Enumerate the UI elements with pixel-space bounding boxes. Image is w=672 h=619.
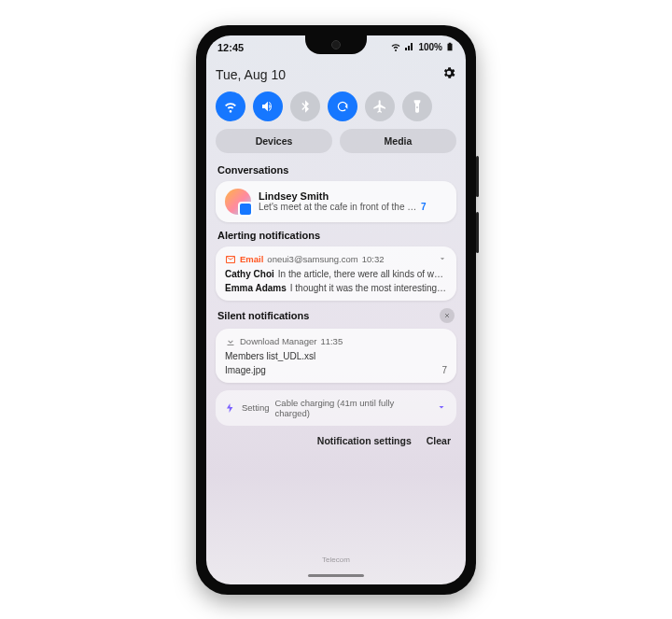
- message-count: 7: [421, 202, 427, 212]
- screen: 12:45 100% Tue, Aug 10 Devices Media: [206, 35, 466, 584]
- airplane-toggle[interactable]: [365, 91, 395, 121]
- signal-icon: [404, 41, 415, 54]
- download-count: 7: [441, 365, 447, 375]
- download-file-1: Members list_UDL.xsl: [225, 351, 315, 361]
- download-notification[interactable]: Download Manager 11:35 Members list_UDL.…: [216, 329, 456, 383]
- wifi-icon: [390, 41, 401, 54]
- email-time: 10:32: [362, 254, 385, 264]
- download-time: 11:35: [320, 336, 343, 346]
- email-app-label: Email: [240, 254, 263, 264]
- clear-button[interactable]: Clear: [427, 435, 451, 446]
- wifi-toggle[interactable]: [216, 91, 245, 121]
- sound-toggle[interactable]: [253, 91, 283, 121]
- download-icon: [225, 336, 236, 347]
- charging-notification[interactable]: Setting Cable charging (41m until fully …: [216, 390, 456, 426]
- status-time: 12:45: [217, 42, 244, 53]
- devices-button[interactable]: Devices: [216, 129, 332, 153]
- email-notification[interactable]: Email oneui3@samsung.com 10:32 Cathy Cho…: [216, 246, 456, 301]
- gear-icon[interactable]: [441, 65, 456, 84]
- message-preview: Let's meet at the cafe in front of the c…: [259, 202, 417, 212]
- volume-up-button[interactable]: [476, 156, 479, 197]
- battery-text: 100%: [418, 42, 442, 52]
- alerting-header: Alerting notifications: [217, 230, 455, 241]
- silent-header: Silent notifications: [217, 310, 309, 321]
- email-text-1: I thought it was the most interesting th…: [290, 283, 447, 293]
- download-app-label: Download Manager: [240, 336, 316, 346]
- chevron-down-icon[interactable]: [438, 254, 447, 265]
- bolt-icon: [225, 402, 236, 414]
- shade-date: Tue, Aug 10: [216, 67, 286, 82]
- download-file-2: Image.jpg: [225, 365, 266, 375]
- avatar: [225, 189, 251, 215]
- media-button[interactable]: Media: [340, 129, 456, 153]
- email-text-0: In the article, there were all kinds of …: [278, 269, 447, 279]
- phone-frame: 12:45 100% Tue, Aug 10 Devices Media: [196, 25, 476, 595]
- email-sender-1: Emma Adams: [225, 283, 287, 293]
- notch: [305, 35, 367, 54]
- quick-toggles: [216, 91, 456, 121]
- flashlight-toggle[interactable]: [402, 91, 432, 121]
- conversations-header: Conversations: [217, 164, 455, 176]
- email-icon: [225, 254, 236, 265]
- conversation-notification[interactable]: Lindsey Smith Let's meet at the cafe in …: [216, 181, 456, 222]
- email-sender-0: Cathy Choi: [225, 269, 274, 279]
- setting-app-label: Setting: [242, 402, 270, 413]
- battery-icon: [445, 40, 455, 55]
- carrier-label: Telecom: [206, 556, 466, 564]
- notification-settings-button[interactable]: Notification settings: [317, 435, 412, 446]
- home-indicator[interactable]: [308, 574, 364, 577]
- rotate-toggle[interactable]: [328, 91, 357, 121]
- bluetooth-toggle[interactable]: [290, 91, 320, 121]
- close-icon[interactable]: [440, 308, 455, 323]
- front-camera: [331, 40, 341, 49]
- email-account: oneui3@samsung.com: [267, 254, 357, 264]
- status-right: 100%: [390, 40, 455, 55]
- volume-down-button[interactable]: [476, 212, 479, 253]
- sender-name: Lindsey Smith: [259, 190, 447, 202]
- chevron-down-icon[interactable]: [436, 401, 447, 415]
- charging-text: Cable charging (41m until fully charged): [274, 398, 430, 418]
